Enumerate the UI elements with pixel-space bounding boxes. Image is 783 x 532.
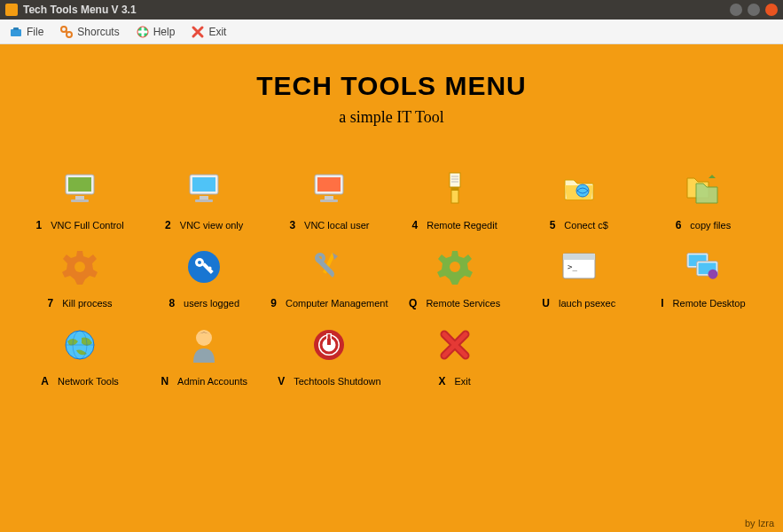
tool-label: Ulauch psexec <box>542 297 615 309</box>
tool-text: Admin Accounts <box>177 376 247 387</box>
tools-grid: 1VNC Full Control2VNC view only3VNC loca… <box>0 127 783 387</box>
monitors-remote-icon <box>685 249 721 285</box>
tool-key-blue[interactable]: 8users logged <box>146 249 262 309</box>
tool-exit-x[interactable]: XExit <box>397 327 513 387</box>
tool-gear-orange[interactable]: 7Kill process <box>22 249 137 309</box>
svg-point-25 <box>576 184 589 197</box>
tool-gear-green[interactable]: QRemote Services <box>397 249 513 309</box>
tool-key: X <box>438 375 445 387</box>
svg-rect-20 <box>451 187 458 191</box>
svg-rect-17 <box>325 196 333 200</box>
tool-tools[interactable]: 9Computer Management <box>270 249 388 309</box>
tool-label: XExit <box>438 375 470 387</box>
svg-rect-13 <box>200 196 208 200</box>
tool-label: 7Kill process <box>48 297 113 309</box>
tool-key: 9 <box>270 297 277 309</box>
svg-point-26 <box>74 262 85 272</box>
svg-rect-12 <box>192 177 215 192</box>
tool-terminal[interactable]: >_Ulauch psexec <box>521 249 637 309</box>
terminal-icon: >_ <box>561 249 597 285</box>
svg-rect-21 <box>450 173 460 187</box>
content-area: TECH TOOLS MENU a simple IT Tool 1VNC Fu… <box>0 44 783 532</box>
svg-point-42 <box>708 270 717 279</box>
globe-icon <box>62 327 98 363</box>
tool-key: U <box>542 297 550 309</box>
window-title: Tech Tools Menu V 3.1 <box>23 4 730 16</box>
svg-rect-8 <box>68 177 91 192</box>
tool-key: Q <box>409 297 417 309</box>
minimize-button[interactable] <box>730 4 742 16</box>
tools-icon <box>311 249 347 285</box>
tool-key: 4 <box>412 219 419 231</box>
svg-rect-53 <box>328 334 331 343</box>
svg-line-4 <box>66 31 67 33</box>
svg-rect-1 <box>13 27 19 30</box>
help-icon <box>136 25 150 39</box>
tool-text: copy files <box>690 220 731 231</box>
tool-monitor-green[interactable]: 1VNC Full Control <box>22 171 137 231</box>
link-icon <box>59 25 74 39</box>
monitor-green-icon <box>62 171 98 207</box>
exit-x-icon <box>437 327 473 363</box>
tool-key: 1 <box>35 219 42 231</box>
tool-folder-copy[interactable]: 6copy files <box>646 171 761 231</box>
tool-text: VNC view only <box>180 220 244 231</box>
menu-exit[interactable]: Exit <box>191 25 226 39</box>
tool-monitors-remote[interactable]: IRemote Desktop <box>646 249 761 309</box>
tool-label: 4Remote Regedit <box>412 219 497 231</box>
tool-key: 5 <box>550 219 556 231</box>
tool-text: VNC local user <box>304 220 369 231</box>
tool-text: VNC Full Control <box>51 220 124 231</box>
shutdown-icon <box>311 327 347 363</box>
tool-regedit[interactable]: 4Remote Regedit <box>397 171 513 231</box>
menu-file[interactable]: File <box>9 25 43 39</box>
tool-text: Exit <box>454 376 470 387</box>
window-controls <box>730 4 778 16</box>
tool-text: lauch psexec <box>559 298 615 309</box>
page-title: TECH TOOLS MENU <box>0 71 783 101</box>
menu-file-label: File <box>27 26 43 38</box>
svg-rect-18 <box>320 200 338 202</box>
tool-globe[interactable]: ANetwork Tools <box>22 327 137 387</box>
monitor-orange-icon <box>311 171 347 207</box>
tool-text: Computer Management <box>286 298 388 309</box>
svg-text:>_: >_ <box>568 262 577 271</box>
tool-label: 3VNC local user <box>289 219 369 231</box>
regedit-icon <box>437 171 473 207</box>
tool-label: QRemote Services <box>409 297 500 309</box>
menu-help[interactable]: Help <box>136 25 176 39</box>
tool-folder-network[interactable]: 5Conect c$ <box>521 171 637 231</box>
tool-user[interactable]: NAdmin Accounts <box>146 327 262 387</box>
page-subtitle: a simple IT Tool <box>0 108 783 127</box>
svg-rect-0 <box>11 29 21 36</box>
gear-green-icon <box>437 249 473 285</box>
key-blue-icon <box>186 249 222 285</box>
tool-text: Conect c$ <box>564 220 608 231</box>
svg-rect-16 <box>317 177 341 192</box>
tool-shutdown[interactable]: VTechtools Shutdown <box>270 327 388 387</box>
close-button[interactable] <box>765 4 778 16</box>
svg-rect-9 <box>75 196 84 200</box>
tool-monitor-orange[interactable]: 3VNC local user <box>270 171 388 231</box>
menu-help-label: Help <box>153 26 176 38</box>
svg-rect-10 <box>71 200 89 202</box>
tool-text: Kill process <box>62 298 112 309</box>
tool-key: I <box>661 297 663 309</box>
tool-key: 3 <box>289 219 295 231</box>
tool-key: 8 <box>168 297 175 309</box>
tool-label: 9Computer Management <box>270 297 388 309</box>
tool-label: IRemote Desktop <box>661 297 745 309</box>
exit-icon <box>191 25 205 39</box>
app-icon <box>5 4 18 16</box>
menu-exit-label: Exit <box>208 26 226 38</box>
titlebar: Tech Tools Menu V 3.1 <box>0 0 783 20</box>
tool-text: users logged <box>184 298 239 309</box>
menu-shortcuts-label: Shorcuts <box>77 26 119 38</box>
tool-monitor-blue[interactable]: 2VNC view only <box>146 171 262 231</box>
tool-key: V <box>278 375 285 387</box>
tool-text: Techtools Shutdown <box>294 376 380 387</box>
tool-text: Network Tools <box>58 376 119 387</box>
maximize-button[interactable] <box>748 4 760 16</box>
menu-shortcuts[interactable]: Shorcuts <box>59 25 119 39</box>
gear-orange-icon <box>62 249 98 285</box>
